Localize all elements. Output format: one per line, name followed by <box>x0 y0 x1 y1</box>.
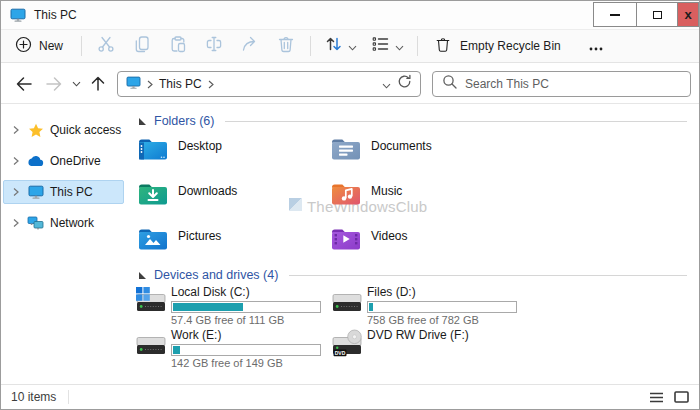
rename-button[interactable] <box>196 32 232 60</box>
recent-locations-button[interactable] <box>69 70 84 98</box>
copy-button[interactable] <box>124 32 160 60</box>
capacity-bar <box>367 301 517 313</box>
group-header-rule <box>289 275 687 276</box>
desktop-folder-icon <box>138 136 168 161</box>
svg-text:DVD: DVD <box>335 350 346 356</box>
sidebar-item-quick-access[interactable]: Quick access <box>3 118 124 142</box>
maximize-icon <box>653 11 662 19</box>
copy-icon <box>132 34 152 58</box>
drive-name: Files (D:) <box>367 285 517 299</box>
capacity-bar <box>171 344 321 356</box>
up-button[interactable] <box>84 70 111 98</box>
capacity-bar-fill <box>173 303 243 311</box>
capacity-bar-fill <box>369 303 373 311</box>
close-button[interactable]: x <box>677 2 699 27</box>
hdd-windows-drive-icon <box>135 286 167 328</box>
maximize-button[interactable] <box>636 2 678 27</box>
collapse-triangle-icon[interactable] <box>138 271 147 280</box>
toolbar-separator <box>81 36 82 56</box>
this-pc-monitor-icon <box>126 75 141 93</box>
search-box[interactable] <box>432 71 691 97</box>
drives-grid: Local Disk (C:) 57.4 GB free of 111 GB F… <box>135 285 527 371</box>
dvd-drive-icon: DVD <box>331 329 363 371</box>
delete-button[interactable] <box>268 32 304 60</box>
collapse-triangle-icon[interactable] <box>138 117 147 126</box>
folder-item[interactable]: Documents <box>331 136 524 181</box>
folder-item[interactable]: Desktop <box>138 136 331 181</box>
command-bar: New Empty Recycle Bin <box>1 29 699 63</box>
rename-icon <box>204 34 224 58</box>
search-input[interactable] <box>465 77 681 91</box>
capacity-bar <box>171 301 321 313</box>
breadcrumb-this-pc[interactable]: This PC <box>159 77 202 91</box>
group-header-rule <box>225 121 687 122</box>
close-icon: x <box>684 7 691 22</box>
chevron-right-icon[interactable] <box>10 187 21 197</box>
folders-grid: Desktop Documents Downloads Music Pictur… <box>138 136 524 271</box>
address-bar[interactable]: This PC <box>117 71 421 97</box>
chevron-down-icon <box>73 82 80 86</box>
refresh-icon[interactable] <box>397 74 412 93</box>
drive-name: Local Disk (C:) <box>171 285 321 299</box>
this-pc-monitor-icon <box>10 8 26 22</box>
cut-button[interactable] <box>88 32 124 60</box>
minimize-button[interactable] <box>593 2 637 27</box>
drive-name: Work (E:) <box>171 328 321 342</box>
empty-recycle-bin-button[interactable]: Empty Recycle Bin <box>424 32 571 60</box>
folder-item[interactable]: Videos <box>331 226 524 271</box>
star-icon <box>26 123 45 138</box>
folder-item[interactable]: Music <box>331 181 524 226</box>
chevron-right-icon[interactable] <box>10 218 21 228</box>
drive-item[interactable]: Files (D:) 758 GB free of 782 GB <box>331 285 527 328</box>
window-controls: x <box>593 2 699 27</box>
address-bar-row: This PC <box>1 64 699 104</box>
capacity-bar-fill <box>173 346 180 354</box>
navigation-pane: Quick access OneDrive This PC Network <box>1 105 127 384</box>
sort-button[interactable] <box>317 32 364 60</box>
items-count: 10 items <box>11 390 56 404</box>
new-button[interactable]: New <box>15 36 63 56</box>
breadcrumb-chevron-icon[interactable] <box>208 75 214 93</box>
back-arrow-icon <box>18 78 32 90</box>
address-dropdown-chevron-icon[interactable] <box>382 75 391 93</box>
share-button[interactable] <box>232 32 268 60</box>
drive-item[interactable]: Work (E:) 142 GB free of 149 GB <box>135 328 331 371</box>
items-view: TheWindowsClub Folders (6) Desktop Docum… <box>127 105 699 384</box>
cloud-icon <box>26 155 45 167</box>
monitor-icon <box>26 185 45 199</box>
hdd-drive-icon <box>135 329 167 371</box>
paste-button[interactable] <box>160 32 196 60</box>
back-button[interactable] <box>9 70 39 98</box>
see-more-button[interactable] <box>581 32 611 60</box>
forward-arrow-icon <box>47 78 61 90</box>
toolbar-separator <box>417 36 418 56</box>
folder-item[interactable]: Downloads <box>138 181 331 226</box>
free-space-text: 758 GB free of 782 GB <box>367 314 517 326</box>
chevron-right-icon[interactable] <box>10 156 21 166</box>
recycle-bin-icon <box>434 35 452 57</box>
group-title: Folders (6) <box>154 114 214 128</box>
sidebar-item-onedrive[interactable]: OneDrive <box>3 149 124 173</box>
chevron-right-icon[interactable] <box>10 125 21 135</box>
breadcrumb-chevron-icon[interactable] <box>147 75 153 93</box>
drive-item[interactable]: DVD DVD RW Drive (F:) <box>331 328 527 371</box>
sidebar-item-this-pc[interactable]: This PC <box>3 180 124 204</box>
view-button[interactable] <box>364 32 411 60</box>
drive-item[interactable]: Local Disk (C:) 57.4 GB free of 111 GB <box>135 285 331 328</box>
status-bar: 10 items <box>1 384 699 409</box>
thumbnails-view-button[interactable] <box>674 391 689 403</box>
details-view-button[interactable] <box>649 392 664 403</box>
group-title: Devices and drives (4) <box>154 268 278 282</box>
sidebar-item-network[interactable]: Network <box>3 211 124 235</box>
group-header-drives: Devices and drives (4) <box>138 268 687 282</box>
list-view-icon <box>649 392 664 403</box>
folder-item[interactable]: Pictures <box>138 226 331 271</box>
titlebar: This PC x <box>1 1 699 29</box>
chevron-down-icon <box>395 37 404 55</box>
sort-icon <box>324 35 343 57</box>
music-folder-icon <box>331 181 361 206</box>
statusbar-separator <box>68 390 69 404</box>
window-title: This PC <box>34 8 77 22</box>
cut-icon <box>96 34 116 58</box>
forward-button[interactable] <box>39 70 69 98</box>
